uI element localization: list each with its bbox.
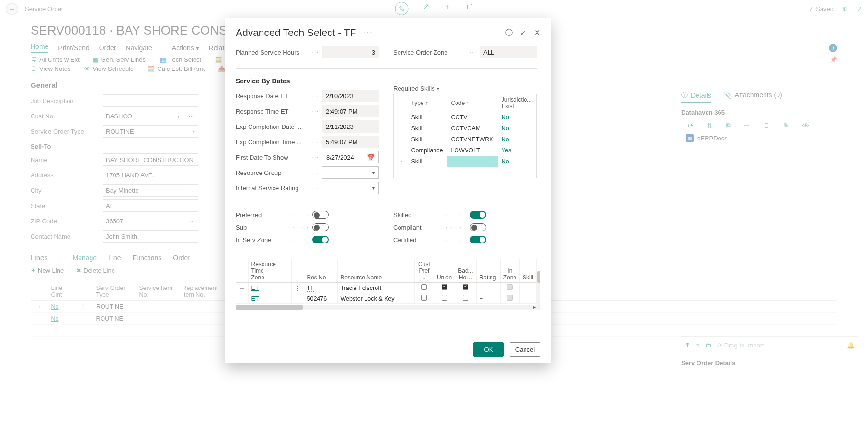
toggle-in-serv-zone[interactable] bbox=[312, 236, 329, 243]
checkbox-bad-hol[interactable] bbox=[463, 295, 468, 301]
action-calc-bill[interactable]: 🧮Calc Est. Bill Amt bbox=[147, 65, 205, 72]
action-gen-serv-lines[interactable]: ▦Gen. Serv Lines bbox=[93, 56, 146, 63]
th-line-cmt[interactable]: Line Cmt bbox=[46, 283, 75, 301]
modal-expand-icon[interactable]: ⤢ bbox=[520, 28, 526, 37]
delete-record-icon[interactable]: 🗑 bbox=[466, 2, 473, 15]
th-skill-jur[interactable]: Jurisdictio... Exist bbox=[498, 94, 537, 112]
lines-tab-order[interactable]: Order bbox=[173, 254, 190, 262]
th-res-name[interactable]: Resource Name bbox=[337, 259, 414, 283]
name-input[interactable]: BAY SHORE CONSTRUCTION bbox=[103, 153, 198, 166]
new-record-icon[interactable]: ＋ bbox=[444, 2, 451, 15]
state-input[interactable]: AL bbox=[103, 199, 198, 212]
checkbox-cust-pref[interactable] bbox=[421, 295, 427, 301]
service-order-type-select[interactable]: ROUTINE bbox=[103, 125, 198, 138]
side-tab-attachments[interactable]: 📎 Attachments (0) bbox=[724, 91, 782, 99]
resp-time-field[interactable]: 2:49:07 PM bbox=[322, 105, 379, 117]
th-service-item[interactable]: Service Item No. bbox=[135, 283, 178, 301]
new-line-button[interactable]: ✦New Line bbox=[31, 267, 64, 274]
menu-print[interactable]: Print/Send bbox=[58, 44, 89, 52]
required-skills-heading[interactable]: Required Skills bbox=[393, 85, 537, 92]
calendar-icon[interactable]: 📅 bbox=[367, 154, 375, 161]
menu-home[interactable]: Home bbox=[31, 43, 48, 53]
edit-record-icon[interactable]: ✎ bbox=[395, 2, 409, 15]
internal-rating-select[interactable] bbox=[322, 182, 379, 194]
dh-view-icon[interactable]: 👁 bbox=[802, 122, 809, 129]
menu-navigate[interactable]: Navigate bbox=[126, 44, 152, 52]
th-so-type[interactable]: Serv Order Type bbox=[91, 283, 135, 301]
toggle-certified[interactable] bbox=[470, 236, 486, 243]
cust-no-select[interactable]: BASHCO bbox=[103, 110, 183, 122]
first-date-input[interactable]: 8/27/2024📅 bbox=[322, 151, 379, 163]
th-res-tz[interactable]: Resource Time Zone bbox=[248, 259, 291, 283]
skill-row[interactable]: SkillCCTVCAMNo bbox=[394, 123, 537, 134]
modal-close-icon[interactable]: ✕ bbox=[534, 28, 540, 37]
th-skill-type[interactable]: Type ↑ bbox=[408, 94, 447, 112]
required-skills-table[interactable]: Type ↑ Code ↑ Jurisdictio... Exist Skill… bbox=[393, 94, 537, 178]
toggle-sub[interactable] bbox=[312, 223, 329, 231]
contact-name-input[interactable]: John Smith bbox=[103, 230, 198, 243]
lines-tab-line[interactable]: Line bbox=[108, 254, 121, 262]
skill-row[interactable]: SkillCCTVNo bbox=[394, 112, 537, 123]
job-description-input[interactable] bbox=[103, 94, 198, 107]
checkbox-cust-pref[interactable] bbox=[421, 284, 427, 290]
exp-time-field[interactable]: 5:49:07 PM bbox=[322, 136, 379, 148]
resource-row[interactable]: → ET ⋮ TF Tracie Folscroft + bbox=[236, 283, 537, 293]
modal-info-icon[interactable]: ⓘ bbox=[505, 28, 513, 37]
rating-plus-icon[interactable]: + bbox=[480, 285, 483, 291]
zone-field[interactable]: ALL bbox=[480, 46, 537, 58]
th-cust-pref[interactable]: Cust Pref ↓ bbox=[414, 259, 434, 283]
th-skill-code[interactable]: Code ↑ bbox=[447, 94, 497, 112]
dh-item-cerpdocs[interactable]: ▦ cERPDocs bbox=[681, 131, 858, 145]
menu-actions[interactable]: Actions ▾ bbox=[172, 44, 199, 52]
rating-plus-icon[interactable]: + bbox=[480, 295, 483, 302]
skill-row[interactable]: SkillCCTVNETWRKNo bbox=[394, 134, 537, 145]
resource-table[interactable]: Resource Time Zone Res No Resource Name … bbox=[236, 259, 537, 304]
resp-date-field[interactable]: 2/10/2023 bbox=[322, 90, 379, 102]
expand-icon[interactable]: ⤢ bbox=[857, 5, 862, 12]
back-button[interactable]: ← bbox=[6, 3, 18, 15]
menu-order[interactable]: Order bbox=[99, 44, 116, 52]
action-view-notes[interactable]: 🗒View Notes bbox=[31, 65, 71, 72]
delete-line-button[interactable]: ✖Delete Line bbox=[76, 267, 115, 274]
city-input[interactable]: Bay Minette··· bbox=[103, 184, 198, 197]
horizontal-scrollbar[interactable]: ▸ bbox=[236, 305, 537, 310]
th-res-no[interactable]: Res No bbox=[304, 259, 337, 283]
side-tab-details[interactable]: ⓘ Details bbox=[681, 91, 711, 103]
bell-icon[interactable]: 🔔 bbox=[847, 342, 855, 349]
pin-icon[interactable]: 📌 bbox=[830, 56, 837, 63]
th-skill[interactable]: Skill bbox=[519, 259, 536, 283]
dh-note-icon[interactable]: 🗒 bbox=[763, 122, 770, 129]
upload-icon[interactable]: ⤒ bbox=[685, 342, 690, 349]
dh-card-icon[interactable]: ▭ bbox=[743, 122, 750, 129]
dh-refresh-icon[interactable]: ⟳ bbox=[688, 122, 694, 129]
toggle-compliant[interactable] bbox=[470, 223, 486, 231]
popout-icon[interactable]: ⧉ bbox=[843, 5, 847, 13]
lines-tab-functions[interactable]: Functions bbox=[133, 254, 162, 262]
info-badge-icon[interactable]: i bbox=[829, 44, 837, 52]
exp-date-field[interactable]: 2/11/2023 bbox=[322, 120, 379, 133]
cust-no-lookup-button[interactable]: ··· bbox=[185, 110, 197, 122]
lines-tab-manage[interactable]: Manage bbox=[73, 254, 97, 262]
planned-hours-field[interactable]: 3 bbox=[322, 46, 379, 58]
ok-button[interactable]: OK bbox=[473, 342, 504, 357]
th-union[interactable]: Union bbox=[434, 259, 455, 283]
skill-row[interactable]: →SkillNo bbox=[394, 156, 537, 167]
resource-group-select[interactable] bbox=[322, 166, 379, 179]
zip-input[interactable]: 36507··· bbox=[103, 215, 198, 227]
dh-copy-icon[interactable]: ⎘ bbox=[726, 122, 730, 129]
dh-edit-icon[interactable]: ✎ bbox=[783, 122, 789, 129]
action-tech-select[interactable]: 👥Tech Select bbox=[159, 56, 201, 63]
toggle-skilled[interactable] bbox=[470, 211, 486, 219]
action-all-cmts[interactable]: 🗨All Cmts w Ext bbox=[31, 56, 80, 63]
th-in-zone[interactable]: In Zone bbox=[500, 259, 519, 283]
dh-tree-icon[interactable]: ⇅ bbox=[707, 122, 713, 129]
resource-row[interactable]: ET 502476 Webster Lock & Key + bbox=[236, 293, 537, 304]
dropdown-icon[interactable]: ▿ bbox=[696, 342, 699, 349]
cancel-button[interactable]: Cancel bbox=[510, 342, 540, 357]
th-rating[interactable]: Rating bbox=[476, 259, 500, 283]
skill-row[interactable] bbox=[394, 167, 537, 178]
folder-add-icon[interactable]: 🗀 bbox=[705, 342, 711, 349]
share-icon[interactable]: ↗ bbox=[423, 2, 429, 15]
vertical-scrollbar[interactable] bbox=[537, 271, 540, 310]
checkbox-union[interactable] bbox=[442, 295, 447, 301]
